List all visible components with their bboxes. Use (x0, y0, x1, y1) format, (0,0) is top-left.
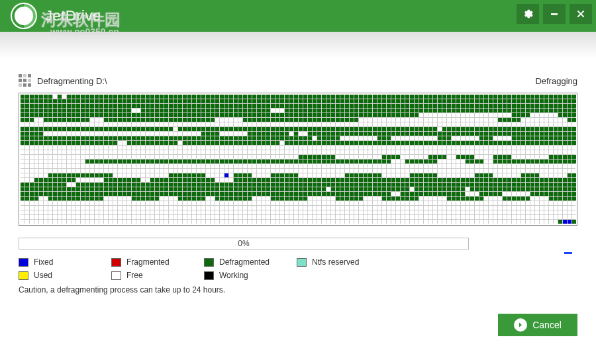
gear-icon (522, 9, 533, 19)
cluster-cell (44, 215, 48, 219)
cluster-cell (433, 183, 437, 187)
cluster-cell (377, 113, 381, 117)
cluster-cell (127, 210, 131, 214)
cluster-cell (174, 109, 177, 113)
cluster-cell (405, 109, 409, 113)
cluster-cell (118, 146, 122, 150)
cluster-cell (377, 164, 381, 168)
cluster-cell (447, 164, 451, 168)
cluster-cell (322, 113, 326, 117)
cluster-cell (382, 192, 386, 196)
cluster-cell (308, 127, 312, 131)
cluster-cell (521, 118, 525, 122)
cluster-cell (470, 215, 474, 219)
cluster-cell (234, 197, 238, 201)
cluster-cell (248, 215, 252, 219)
cluster-cell (113, 104, 117, 108)
cluster-cell (558, 122, 562, 126)
cluster-cell (419, 173, 423, 177)
cluster-cell (484, 150, 488, 154)
cluster-cell (257, 183, 261, 187)
cluster-cell (313, 183, 317, 187)
cluster-cell (558, 150, 562, 154)
cluster-cell (164, 146, 168, 150)
cluster-cell (475, 122, 479, 126)
cluster-cell (113, 164, 117, 168)
cluster-cell (238, 220, 242, 224)
cluster-cell (475, 183, 479, 187)
cluster-cell (424, 155, 428, 159)
cluster-cell (410, 155, 414, 159)
cluster-cell (25, 136, 29, 140)
cluster-cell (447, 136, 451, 140)
cluster-cell (364, 146, 368, 150)
cluster-cell (521, 178, 525, 182)
cluster-cell (503, 150, 507, 154)
cluster-cell (549, 220, 553, 224)
cluster-cell (262, 197, 266, 201)
cluster-cell (48, 95, 52, 99)
cluster-cell (498, 155, 502, 159)
cancel-button[interactable]: Cancel (498, 314, 577, 336)
cluster-cell (299, 178, 303, 182)
cluster-cell (67, 127, 71, 131)
cluster-cell (405, 164, 409, 168)
close-button[interactable] (570, 4, 592, 24)
cluster-cell (197, 109, 201, 113)
cluster-cell (266, 187, 270, 191)
cluster-cell (373, 136, 377, 140)
cluster-cell (322, 118, 326, 122)
cluster-cell (197, 136, 201, 140)
cluster-cell (160, 127, 164, 131)
cluster-cell (530, 197, 534, 201)
cluster-cell (275, 206, 279, 210)
cluster-cell (178, 197, 182, 201)
cluster-map (21, 95, 575, 224)
cluster-cell (387, 113, 391, 117)
cluster-cell (76, 150, 80, 154)
cluster-cell (62, 113, 66, 117)
cluster-cell (48, 113, 52, 117)
cluster-cell (405, 215, 409, 219)
cluster-cell (53, 155, 57, 159)
cluster-cell (568, 187, 571, 191)
cluster-cell (503, 210, 507, 214)
cluster-cell (479, 164, 483, 168)
cluster-cell (350, 183, 354, 187)
cluster-cell (215, 183, 219, 187)
cluster-cell (308, 215, 312, 219)
cluster-cell (368, 164, 372, 168)
cluster-cell (243, 132, 247, 136)
cluster-cell (354, 159, 358, 163)
settings-button[interactable] (517, 4, 539, 24)
cluster-cell (568, 220, 571, 224)
cluster-cell (517, 132, 521, 136)
cluster-cell (285, 215, 289, 219)
minimize-button[interactable] (543, 4, 566, 24)
cluster-cell (368, 169, 372, 173)
cluster-cell (160, 206, 164, 210)
cluster-cell (438, 178, 442, 182)
cluster-cell (368, 192, 372, 196)
cluster-cell (424, 99, 428, 103)
cluster-cell (275, 197, 279, 201)
cluster-cell (466, 178, 470, 182)
cluster-cell (257, 206, 261, 210)
cluster-cell (549, 141, 553, 145)
cluster-cell (535, 159, 539, 163)
cluster-cell (266, 206, 270, 210)
cluster-cell (76, 127, 80, 131)
cluster-cell (234, 155, 238, 159)
cluster-cell (58, 141, 62, 145)
cluster-cell (90, 132, 94, 136)
cluster-cell (484, 155, 488, 159)
cluster-cell (113, 210, 117, 214)
cluster-cell (484, 183, 488, 187)
cluster-cell (67, 109, 71, 113)
cluster-cell (526, 164, 530, 168)
cluster-cell (549, 178, 553, 182)
cluster-cell (174, 169, 177, 173)
cluster-cell (62, 118, 66, 122)
cluster-cell (178, 132, 182, 136)
cluster-cell (136, 169, 140, 173)
